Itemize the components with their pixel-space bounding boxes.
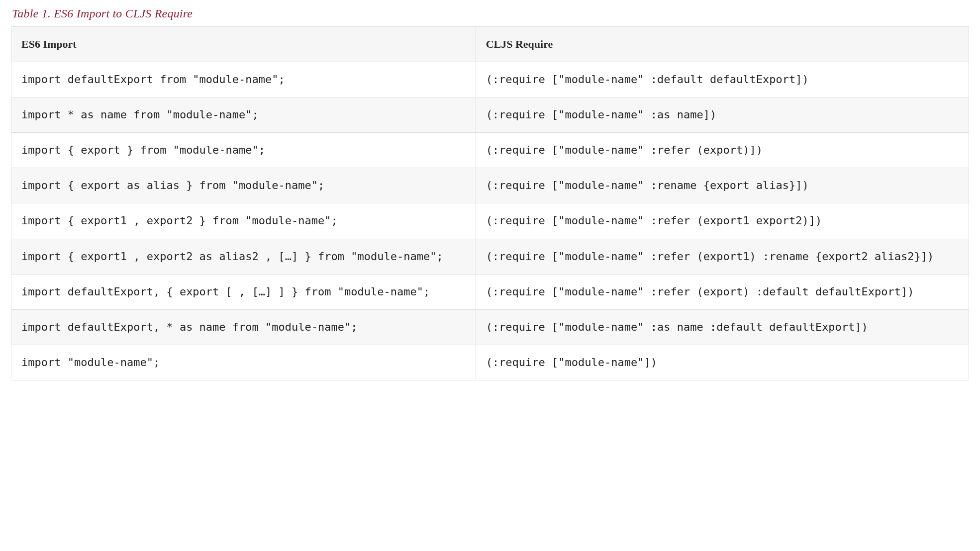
cell-cljs: (:require ["module-name"]) xyxy=(476,345,969,380)
import-require-table: ES6 Import CLJS Require import defaultEx… xyxy=(11,26,969,380)
cell-cljs: (:require ["module-name" :as name]) xyxy=(476,97,969,133)
cell-es6: import { export1 , export2 as alias2 , [… xyxy=(11,239,476,274)
cell-cljs: (:require ["module-name" :as name :defau… xyxy=(476,309,969,345)
cell-cljs: (:require ["module-name" :refer (export1… xyxy=(476,239,969,274)
cell-es6: import { export } from "module-name"; xyxy=(11,133,476,168)
cell-es6: import "module-name"; xyxy=(11,345,476,380)
cell-cljs: (:require ["module-name" :refer (export)… xyxy=(476,274,969,309)
table-caption: Table 1. ES6 Import to CLJS Require xyxy=(12,7,969,20)
table-row: import { export1 , export2 } from "modul… xyxy=(11,203,969,239)
cell-es6: import defaultExport, * as name from "mo… xyxy=(11,309,476,345)
cell-cljs: (:require ["module-name" :refer (export1… xyxy=(476,203,969,239)
header-es6: ES6 Import xyxy=(11,27,476,62)
table-row: import * as name from "module-name"; (:r… xyxy=(11,97,969,133)
table-row: import defaultExport, * as name from "mo… xyxy=(11,309,969,345)
table-row: import defaultExport from "module-name";… xyxy=(11,62,969,97)
table-row: import defaultExport, { export [ , […] ]… xyxy=(11,274,969,309)
cell-es6: import * as name from "module-name"; xyxy=(11,97,476,133)
table-row: import { export } from "module-name"; (:… xyxy=(11,133,969,168)
table-row: import { export as alias } from "module-… xyxy=(11,168,969,203)
table-row: import "module-name"; (:require ["module… xyxy=(11,345,969,380)
cell-cljs: (:require ["module-name" :default defaul… xyxy=(476,62,969,97)
cell-es6: import defaultExport, { export [ , […] ]… xyxy=(11,274,476,309)
cell-es6: import defaultExport from "module-name"; xyxy=(11,62,476,97)
cell-es6: import { export1 , export2 } from "modul… xyxy=(11,203,476,239)
header-cljs: CLJS Require xyxy=(476,27,969,62)
cell-es6: import { export as alias } from "module-… xyxy=(11,168,476,203)
table-header-row: ES6 Import CLJS Require xyxy=(11,27,969,62)
cell-cljs: (:require ["module-name" :rename {export… xyxy=(476,168,969,203)
table-row: import { export1 , export2 as alias2 , [… xyxy=(11,239,969,274)
cell-cljs: (:require ["module-name" :refer (export)… xyxy=(476,133,969,168)
